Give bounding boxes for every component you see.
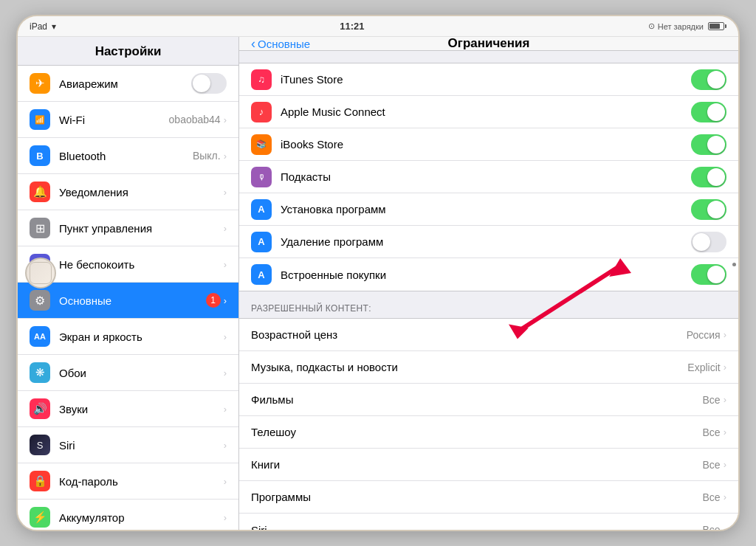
- sounds-icon: 🔊: [30, 398, 50, 419]
- tvshows-chevron-icon: ›: [724, 426, 726, 438]
- wifi-value: obaobab44: [169, 114, 221, 125]
- movies-value: Все: [703, 394, 721, 406]
- notifications-icon: 🔔: [30, 182, 50, 202]
- content-section: РАЗРЕШЕННЫЙ КОНТЕНТ: Возрастной ценз Рос…: [239, 303, 738, 530]
- bluetooth-chevron-icon: ›: [224, 151, 227, 162]
- applemusic-toggle-knob: [707, 103, 725, 121]
- sidebar-item-bluetooth[interactable]: B Bluetooth Выкл. ›: [18, 138, 238, 174]
- podcasts-label: Подкасты: [281, 170, 691, 183]
- sidebar-title: Настройки: [95, 44, 162, 58]
- toggle-section: ♫ iTunes Store ♪ Apple Music Connect: [239, 63, 738, 291]
- battery-indicator: [708, 22, 726, 30]
- itunes-icon: ♫: [251, 69, 272, 90]
- row-music[interactable]: Музыка, подкасты и новости Explicit ›: [239, 351, 738, 384]
- battery-tip: [725, 24, 726, 28]
- itunes-label: iTunes Store: [281, 73, 691, 86]
- installapps-toggle[interactable]: [691, 199, 726, 220]
- back-button[interactable]: ‹ Основные: [251, 37, 310, 50]
- row-books[interactable]: Книги Все ›: [239, 449, 738, 481]
- row-siri[interactable]: Siri Все ›: [239, 514, 738, 530]
- siri-label: Siri: [59, 439, 224, 452]
- deleteapps-toggle-knob: [693, 233, 710, 251]
- ibooks-toggle-knob: [707, 136, 725, 153]
- home-button-inner: [30, 262, 52, 284]
- sidebar-item-wifi[interactable]: 📶 Wi-Fi obaobab44 ›: [18, 102, 238, 138]
- sidebar-item-passcode[interactable]: 🔒 Код-пароль ›: [18, 463, 238, 500]
- row-applemusic: ♪ Apple Music Connect: [239, 96, 738, 128]
- wallpaper-icon: ❋: [30, 362, 50, 383]
- controlcenter-chevron-icon: ›: [224, 223, 227, 234]
- airplane-toggle[interactable]: [191, 73, 227, 94]
- installapps-icon: A: [251, 199, 272, 220]
- sidebar-item-notifications[interactable]: 🔔 Уведомления ›: [18, 174, 238, 210]
- right-header: ‹ Основные Ограничения: [239, 37, 738, 51]
- sidebar-item-airplane[interactable]: ✈ Авиарежим: [18, 66, 238, 102]
- sidebar-item-general[interactable]: ⚙ Основные 1 ›: [18, 283, 238, 319]
- home-button[interactable]: [25, 258, 56, 288]
- row-movies[interactable]: Фильмы Все ›: [239, 384, 738, 416]
- controlcenter-icon: ⊞: [30, 218, 50, 238]
- itunes-toggle[interactable]: [691, 69, 726, 90]
- books-value: Все: [703, 459, 721, 471]
- row-agerating[interactable]: Возрастной ценз Россия ›: [239, 319, 738, 351]
- bluetooth-value: Выкл.: [193, 150, 221, 162]
- ibooks-icon: 📚: [251, 134, 272, 155]
- bluetooth-label: Bluetooth: [59, 150, 193, 162]
- notifications-chevron-icon: ›: [224, 187, 227, 198]
- general-chevron-icon: ›: [224, 295, 227, 306]
- sounds-label: Звуки: [59, 403, 224, 415]
- wifi-icon: ▾: [52, 21, 56, 32]
- device-label: iPad: [30, 21, 47, 32]
- inapp-icon: A: [251, 264, 272, 285]
- podcasts-icon: 🎙: [251, 167, 272, 187]
- inapp-label: Встроенные покупки: [281, 269, 691, 281]
- sounds-chevron-icon: ›: [224, 404, 227, 415]
- wallpaper-label: Обои: [59, 367, 224, 379]
- row-apps[interactable]: Программы Все ›: [239, 481, 738, 514]
- agerating-label: Возрастной ценз: [251, 328, 687, 341]
- right-panel: ‹ Основные Ограничения ♫ iTunes Store: [239, 37, 738, 530]
- siri-content-value: Все: [703, 524, 721, 530]
- display-chevron-icon: ›: [224, 331, 227, 342]
- status-bar: iPad ▾ 11:21 ⊙ Нет зарядки: [18, 16, 738, 37]
- sidebar-item-display[interactable]: AA Экран и яркость ›: [18, 319, 238, 355]
- applemusic-icon: ♪: [251, 102, 272, 122]
- wifi-label: Wi-Fi: [59, 114, 169, 126]
- sidebar-item-battery[interactable]: ⚡ Аккумулятор ›: [18, 500, 238, 530]
- ibooks-label: iBooks Store: [281, 138, 691, 151]
- sidebar-group-3: ⚙ Основные 1 › AA Экран и яркость › ❋ Об…: [18, 283, 238, 530]
- siri-chevron-icon: ›: [224, 440, 227, 451]
- toggle-group: ♫ iTunes Store ♪ Apple Music Connect: [239, 63, 738, 291]
- ibooks-toggle[interactable]: [691, 134, 726, 155]
- agerating-value: Россия: [687, 329, 721, 341]
- sidebar-group-1: ✈ Авиарежим 📶 Wi-Fi obaobab44 › B Blueto…: [18, 66, 238, 174]
- passcode-chevron-icon: ›: [224, 476, 227, 487]
- apps-chevron-icon: ›: [724, 491, 726, 502]
- deleteapps-toggle[interactable]: [691, 232, 726, 252]
- podcasts-toggle[interactable]: [691, 167, 726, 187]
- applemusic-toggle[interactable]: [691, 102, 726, 122]
- siri-icon: S: [30, 435, 50, 455]
- charging-label: Нет зарядки: [658, 22, 704, 31]
- battery-body: [708, 22, 724, 30]
- row-tvshows[interactable]: Телешоу Все ›: [239, 416, 738, 449]
- controlcenter-label: Пункт управления: [59, 222, 224, 235]
- sidebar-item-sounds[interactable]: 🔊 Звуки ›: [18, 391, 238, 427]
- main-layout: Настройки ✈ Авиарежим 📶 Wi-Fi obaobab44 …: [18, 37, 738, 530]
- sidebar-item-siri[interactable]: S Siri ›: [18, 427, 238, 463]
- bluetooth-icon: B: [30, 145, 50, 166]
- movies-label: Фильмы: [251, 393, 703, 406]
- installapps-toggle-knob: [707, 201, 725, 218]
- deleteapps-label: Удаление программ: [281, 235, 691, 248]
- siri-content-chevron-icon: ›: [724, 525, 726, 531]
- airplane-label: Авиарежим: [59, 77, 191, 90]
- music-value: Explicit: [687, 362, 720, 373]
- status-right: ⊙ Нет зарядки: [648, 21, 726, 31]
- display-label: Экран и яркость: [59, 331, 224, 343]
- inapp-toggle[interactable]: [691, 264, 726, 285]
- sidebar-item-controlcenter[interactable]: ⊞ Пункт управления ›: [18, 210, 238, 246]
- passcode-label: Код-пароль: [59, 475, 224, 488]
- sidebar-item-wallpaper[interactable]: ❋ Обои ›: [18, 355, 238, 391]
- inapp-toggle-knob: [707, 266, 725, 283]
- itunes-toggle-knob: [707, 71, 725, 89]
